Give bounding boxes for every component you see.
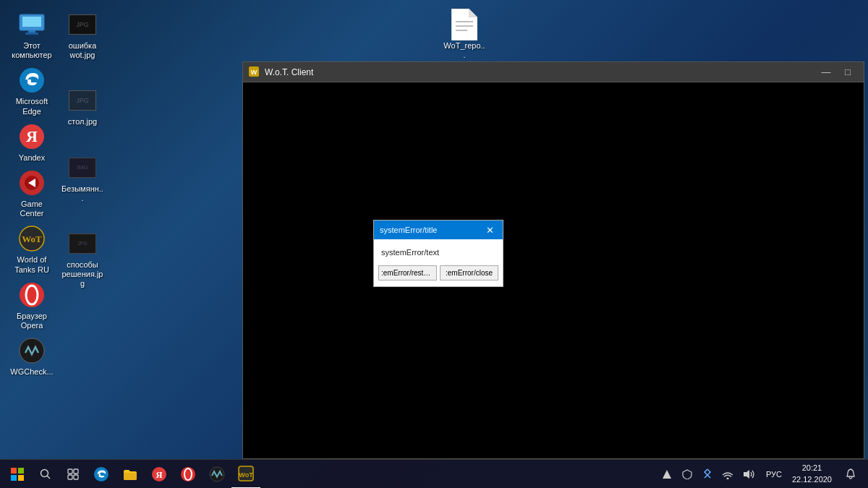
svg-marker-41 (744, 470, 749, 479)
svg-point-13 (20, 338, 44, 363)
error-close-button[interactable]: :emError/close (440, 265, 498, 281)
desktop-icon-wot-label: World ofTanks RU (14, 255, 49, 274)
svg-rect-30 (74, 475, 78, 479)
desktop-icon-this-computer[interactable]: Этот компьютер (7, 7, 56, 63)
desktop-icon-wot[interactable]: WoT World ofTanks RU (7, 221, 56, 277)
desktop-icon-stol[interactable]: JPG стол.jpg (58, 83, 107, 129)
search-button[interactable] (32, 460, 59, 489)
taskbar-app-wgcheck[interactable] (203, 460, 231, 489)
tray-language[interactable]: РУС (763, 470, 785, 479)
desktop-icon-stol-label: стол.jpg (68, 117, 97, 127)
taskbar-app-opera[interactable] (174, 460, 203, 489)
tray-bluetooth[interactable] (698, 460, 717, 489)
error-dialog-text: systemError/text (381, 248, 439, 257)
notification-button[interactable] (839, 460, 862, 489)
desktop-icon-error-wot-label: ошибка wot.jpg (61, 41, 104, 60)
desktop: Этот компьютер Microsoft Edge Я Yandex (0, 0, 868, 488)
desktop-icon-opera-label: БраузерOpera (17, 312, 47, 330)
wot-window-controls: — □ (816, 64, 858, 80)
error-dialog-titlebar: systemError/title ✕ (374, 221, 503, 239)
taskbar-app-yandex[interactable]: Я (145, 460, 174, 489)
desktop-icon-bezymyann-label: Безымянн... (61, 184, 104, 203)
svg-point-4 (20, 68, 44, 93)
desktop-icon-edge-label: Microsoft Edge (10, 97, 54, 116)
svg-rect-24 (18, 475, 24, 481)
desktop-icons-col2: JPG ошибка wot.jpg JPG стол.jpg IMG Безы… (58, 7, 107, 292)
svg-text:WoT: WoT (22, 234, 42, 244)
task-view-button[interactable] (59, 460, 87, 489)
taskbar-apps: Я WoT (87, 460, 260, 489)
svg-text:WoT: WoT (239, 471, 253, 479)
svg-rect-1 (22, 17, 41, 27)
taskbar-tray: РУС 20:21 22.12.2020 (658, 460, 865, 489)
svg-line-26 (47, 476, 50, 479)
svg-rect-27 (68, 469, 72, 474)
desktop-icon-bezymyann[interactable]: IMG Безымянн... (58, 150, 107, 206)
wot-window-icon: W (249, 67, 260, 78)
error-restart-button[interactable]: :emError/restartBtn (378, 265, 437, 281)
taskbar-date: 22.12.2020 (792, 474, 832, 485)
wot-minimize-button[interactable]: — (816, 64, 836, 80)
svg-rect-21 (11, 468, 17, 474)
desktop-icon-opera[interactable]: БраузерOpera (7, 278, 56, 333)
desktop-icon-yandex[interactable]: Я Yandex (7, 119, 56, 166)
desktop-icon-wgcheck[interactable]: WGCheck... (7, 333, 56, 380)
taskbar-time: 20:21 (802, 463, 822, 474)
taskbar-clock[interactable]: 20:21 22.12.2020 (786, 463, 838, 485)
error-dialog: systemError/title ✕ systemError/text :em… (373, 220, 503, 287)
svg-text:W: W (251, 69, 258, 76)
taskbar-app-edge[interactable] (87, 460, 116, 489)
svg-rect-3 (25, 33, 38, 35)
svg-rect-22 (18, 468, 24, 474)
wot-window-title: W.o.T. Client (265, 67, 816, 77)
error-dialog-close-button[interactable]: ✕ (482, 223, 497, 237)
svg-rect-23 (11, 475, 17, 481)
wot-window-titlebar[interactable]: W W.o.T. Client — □ (243, 62, 864, 82)
desktop-icon-wot-repo-label: WoT_repo... (443, 41, 486, 60)
svg-text:Я: Я (26, 127, 38, 145)
svg-marker-39 (663, 470, 671, 479)
tray-security[interactable] (678, 460, 697, 489)
desktop-icon-game-center[interactable]: Game Center (7, 166, 56, 221)
svg-rect-29 (68, 475, 72, 479)
desktop-icon-yandex-label: Yandex (19, 153, 46, 163)
start-button[interactable] (3, 460, 32, 489)
svg-rect-28 (74, 469, 78, 474)
tray-network[interactable] (718, 460, 737, 489)
desktop-icon-sposoby[interactable]: JPG способы решения.jpg (58, 226, 107, 292)
svg-point-31 (94, 467, 109, 481)
desktop-icon-game-center-label: Game Center (10, 200, 54, 218)
wot-maximize-button[interactable]: □ (838, 64, 858, 80)
tray-hidden-icons[interactable] (658, 460, 676, 489)
tray-volume[interactable] (739, 460, 762, 489)
desktop-icon-this-computer-label: Этот компьютер (10, 41, 54, 60)
error-dialog-body: systemError/text (374, 239, 503, 262)
taskbar-app-wot[interactable]: WoT (231, 460, 260, 489)
desktop-icon-sposoby-label: способы решения.jpg (61, 260, 104, 289)
wot-client-window: W W.o.T. Client — □ systemError/title ✕ … (242, 61, 864, 459)
desktop-icon-edge[interactable]: Microsoft Edge (7, 63, 56, 119)
error-dialog-buttons: :emError/restartBtn :emError/close (374, 262, 503, 286)
desktop-icons-col1: Этот компьютер Microsoft Edge Я Yandex (7, 7, 56, 380)
svg-point-40 (726, 477, 728, 479)
error-dialog-title: systemError/title (380, 226, 437, 234)
desktop-icon-error-wot[interactable]: JPG ошибка wot.jpg (58, 7, 107, 63)
taskbar: Я WoT (0, 459, 868, 488)
desktop-icon-wgcheck-label: WGCheck... (10, 367, 53, 377)
svg-text:Я: Я (156, 469, 163, 480)
wot-window-content: systemError/title ✕ systemError/text :em… (243, 82, 864, 458)
taskbar-app-explorer[interactable] (116, 460, 145, 489)
desktop-icon-wot-repo[interactable]: WoT_repo... (440, 7, 489, 63)
